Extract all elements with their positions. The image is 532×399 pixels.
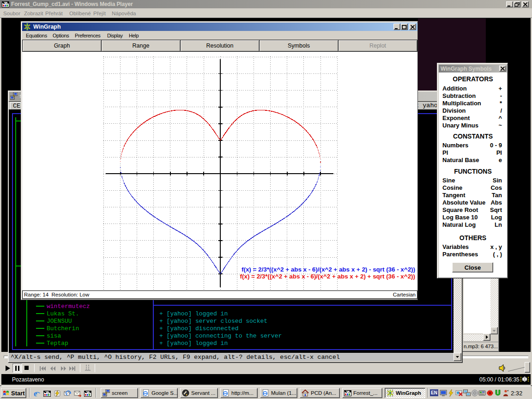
svg-text:e: e bbox=[34, 390, 37, 397]
